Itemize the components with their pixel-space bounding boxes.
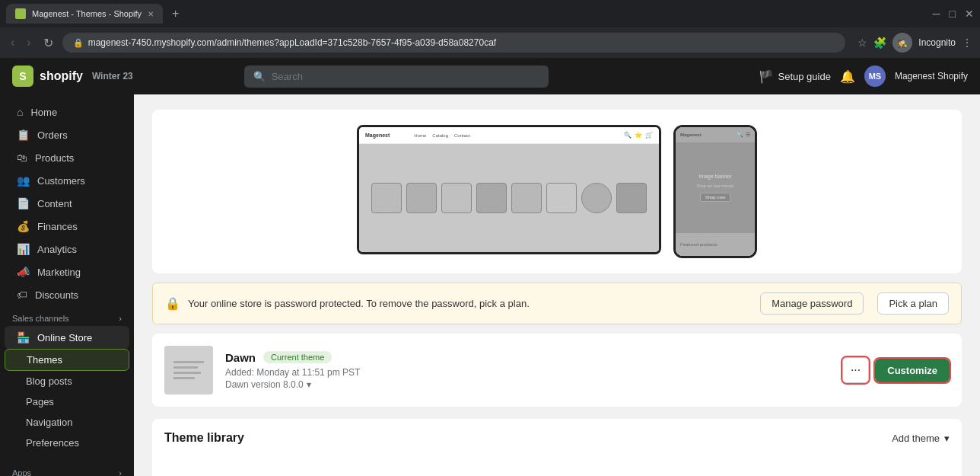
avatar-initials: MS [869,72,882,81]
mobile-topbar-mock: Magenest 🔍☰ [676,127,755,142]
close-window-button[interactable]: ✕ [965,8,974,20]
thumb-lines [173,361,204,379]
sidebar-sub-item-themes[interactable]: Themes [5,349,129,371]
thumb-line-4 [173,377,195,379]
sidebar-item-online-store[interactable]: 🏪 Online Store [5,326,129,349]
product-sketches [364,175,654,221]
theme-library-title: Theme library [164,431,244,445]
add-theme-label: Add theme [892,433,940,444]
home-icon: ⌂ [17,106,23,118]
sidebar-item-finances[interactable]: 💰 Finances [5,215,129,238]
shopify-logo-icon: S [12,65,33,87]
mobile-banner: Image banner Shop our new arrivals Shop … [676,142,755,233]
sidebar-label-discounts: Discounts [35,289,78,301]
user-name: Magenest Shopify [895,71,968,81]
sidebar-sub-label-navigation: Navigation [26,417,72,428]
setup-guide-label: Setup guide [778,71,831,82]
sidebar: ⌂ Home 📋 Orders 🛍 Products 👥 Customers 📄… [0,94,134,476]
refresh-button[interactable]: ↻ [40,33,56,53]
search-icon: 🔍 [253,71,266,82]
finances-icon: 💰 [17,220,30,232]
password-warning-text: Your online store is password protected.… [188,298,752,309]
notifications-button[interactable]: 🔔 [840,69,855,84]
sidebar-label-content: Content [37,198,72,209]
minimize-button[interactable]: ─ [933,8,940,20]
url-text: magenest-7450.myshopify.com/admin/themes… [88,37,835,48]
extensions-button[interactable]: 🧩 [873,37,886,49]
sidebar-sub-item-navigation[interactable]: Navigation [5,412,129,433]
add-theme-button[interactable]: Add theme ▾ [892,433,950,444]
avatar: MS [864,65,886,87]
menu-button[interactable]: ⋮ [962,37,972,49]
sales-channels-section[interactable]: Sales channels › [0,306,134,326]
thumb-line-2 [173,366,198,369]
sidebar-item-discounts[interactable]: 🏷 Discounts [5,283,129,306]
theme-version: Dawn version 8.0.0 ▾ [225,379,830,390]
main-content: Magenest HomeCatalogContact 🔍⭐🛒 [134,94,980,476]
customers-icon: 👥 [17,174,30,187]
browser-actions: ☆ 🧩 🕵 Incognito ⋮ [858,33,972,53]
password-warning: 🔒 Your online store is password protecte… [152,283,962,324]
sidebar-sub-item-pages[interactable]: Pages [5,391,129,412]
store-name: Winter 23 [92,71,133,81]
thumb-line-3 [173,372,201,374]
library-empty-state: Try out new themes, work on seasonal ver… [164,457,950,476]
sidebar-item-products[interactable]: 🛍 Products [5,146,129,169]
manage-password-button[interactable]: Manage password [760,292,864,315]
sidebar-sub-item-blog-posts[interactable]: Blog posts [5,371,129,391]
sidebar-sub-label-themes: Themes [27,354,62,366]
search-bar[interactable]: 🔍 [244,65,549,88]
product-sketch-4 [476,183,507,213]
analytics-icon: 📊 [17,243,30,255]
online-store-icon: 🏪 [17,331,30,343]
sales-channels-label: Sales channels [12,314,69,323]
secure-icon: 🔒 [73,38,84,48]
sidebar-label-customers: Customers [37,175,85,187]
sidebar-sub-label-preferences: Preferences [26,437,79,449]
setup-guide-button[interactable]: 🏴 Setup guide [759,69,831,84]
preview-devices: Magenest HomeCatalogContact 🔍⭐🛒 [357,125,757,258]
search-input[interactable] [272,71,539,82]
sidebar-label-finances: Finances [37,221,78,232]
tab-close-button[interactable]: ✕ [148,10,154,18]
pick-plan-button[interactable]: Pick a plan [877,292,949,315]
sidebar-item-customers[interactable]: 👥 Customers [5,169,129,192]
browser-tab[interactable]: Magenest - Themes - Shopify ✕ [6,4,163,24]
maximize-button[interactable]: □ [950,8,956,20]
theme-preview: Magenest HomeCatalogContact 🔍⭐🛒 [152,110,962,273]
sidebar-item-analytics[interactable]: 📊 Analytics [5,238,129,260]
mobile-banner-text: Image banner [698,174,731,179]
apps-section-label: Apps › [0,462,134,476]
sidebar-item-home[interactable]: ⌂ Home [5,101,129,123]
theme-version-text: Dawn version 8.0.0 [225,379,304,390]
lock-icon: 🔒 [165,296,180,311]
sidebar-sub-label-pages: Pages [26,396,54,407]
flag-icon: 🏴 [759,69,774,84]
forward-button[interactable]: › [24,33,33,53]
shopify-logo: S shopify Winter 23 [12,65,133,87]
discounts-icon: 🏷 [17,289,27,301]
sidebar-sub-item-preferences[interactable]: Preferences [5,433,129,453]
mobile-brand-mock: Magenest [680,133,702,137]
theme-name-row: Dawn Current theme [225,351,830,364]
more-options-button[interactable]: ··· [842,357,869,383]
mobile-icons-mock: 🔍☰ [737,132,750,138]
sidebar-item-orders[interactable]: 📋 Orders [5,123,129,146]
sales-channels-expand-icon: › [119,314,122,323]
product-sketch-1 [371,183,402,213]
products-icon: 🛍 [17,152,27,164]
shopify-topbar: S shopify Winter 23 🔍 🏴 Setup guide 🔔 MS… [0,58,980,94]
theme-library-section: Theme library Add theme ▾ Try out new th… [152,419,962,476]
desktop-icons-mock: 🔍⭐🛒 [624,132,653,139]
customize-button[interactable]: Customize [875,359,950,382]
bookmark-button[interactable]: ☆ [858,37,867,49]
back-button[interactable]: ‹ [8,33,18,53]
marketing-icon: 📣 [17,266,30,278]
product-sketch-6 [546,183,577,213]
browser-chrome: Magenest - Themes - Shopify ✕ + ─ □ ✕ [0,0,980,27]
url-bar[interactable]: 🔒 magenest-7450.myshopify.com/admin/them… [62,33,846,53]
theme-thumbnail [164,346,213,395]
new-tab-button[interactable]: + [167,4,183,24]
sidebar-item-content[interactable]: 📄 Content [5,192,129,215]
sidebar-item-marketing[interactable]: 📣 Marketing [5,260,129,283]
